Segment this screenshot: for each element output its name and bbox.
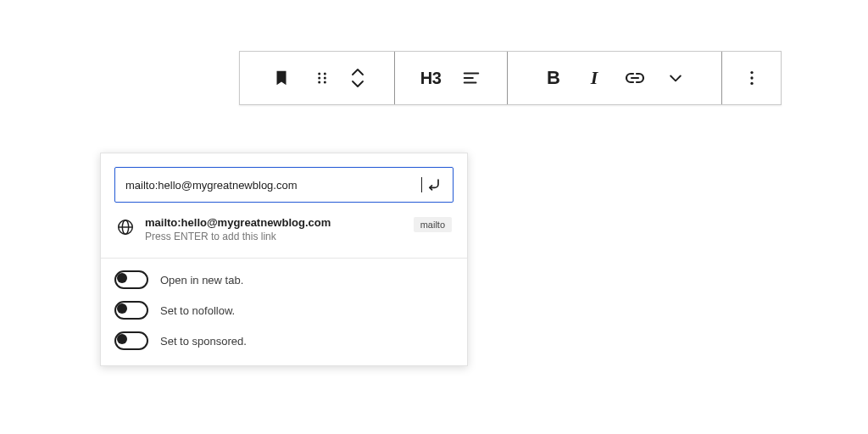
block-toolbar: H3 B I <box>239 51 782 105</box>
more-options-button[interactable] <box>732 58 772 98</box>
svg-point-3 <box>324 77 326 80</box>
link-suggestion[interactable]: mailto:hello@mygreatnewblog.com Press EN… <box>114 203 453 258</box>
drag-handle-button[interactable] <box>302 58 342 98</box>
block-mover[interactable] <box>342 58 373 98</box>
link-type-chip: mailto <box>414 217 452 232</box>
link-suggestion-text: mailto:hello@mygreatnewblog.com Press EN… <box>145 216 403 242</box>
chevron-down-icon <box>667 70 684 86</box>
toggle-switch[interactable] <box>114 301 148 320</box>
link-options: Open in new tab. Set to nofollow. Set to… <box>101 259 467 365</box>
more-vertical-icon <box>743 69 761 87</box>
align-left-icon <box>462 69 481 87</box>
toggle-nofollow[interactable]: Set to nofollow. <box>114 301 453 320</box>
svg-point-2 <box>318 77 320 80</box>
svg-point-11 <box>750 76 753 79</box>
bookmark-icon <box>272 69 291 87</box>
toolbar-group-heading: H3 <box>395 52 508 104</box>
italic-button[interactable]: I <box>574 58 615 98</box>
svg-point-4 <box>318 81 320 84</box>
toggle-switch[interactable] <box>114 331 148 350</box>
more-formatting-button[interactable] <box>655 58 696 98</box>
toggle-switch[interactable] <box>114 270 148 289</box>
link-popover: mailto:hello@mygreatnewblog.com Press EN… <box>100 153 468 366</box>
link-button[interactable] <box>615 58 655 98</box>
toggle-label: Set to nofollow. <box>160 304 235 317</box>
link-url-input[interactable] <box>124 178 422 192</box>
link-suggestion-subtitle: Press ENTER to add this link <box>145 231 403 242</box>
svg-point-12 <box>750 82 753 85</box>
enter-arrow-icon <box>426 176 442 193</box>
svg-point-10 <box>750 71 753 74</box>
bold-icon: B <box>547 67 560 89</box>
svg-point-5 <box>324 81 326 84</box>
italic-icon: I <box>591 67 598 89</box>
heading-level-label: H3 <box>420 69 442 88</box>
bold-button[interactable]: B <box>533 58 574 98</box>
toggle-label: Set to sponsored. <box>160 335 247 348</box>
globe-icon <box>116 218 135 236</box>
toolbar-group-block <box>240 52 395 104</box>
block-type-button[interactable] <box>261 58 302 98</box>
svg-point-1 <box>324 73 326 75</box>
link-popover-body: mailto:hello@mygreatnewblog.com Press EN… <box>101 153 467 258</box>
toggle-sponsored[interactable]: Set to sponsored. <box>114 331 453 350</box>
toolbar-group-more <box>722 52 781 104</box>
link-icon <box>625 68 645 88</box>
text-align-button[interactable] <box>451 58 492 98</box>
toolbar-group-format: B I <box>508 52 722 104</box>
toggle-label: Open in new tab. <box>160 274 243 287</box>
svg-point-0 <box>318 73 320 75</box>
drag-handle-icon <box>314 70 331 86</box>
toggle-open-new-tab[interactable]: Open in new tab. <box>114 270 453 289</box>
link-suggestion-title: mailto:hello@mygreatnewblog.com <box>145 216 403 229</box>
link-url-field[interactable] <box>114 167 453 203</box>
submit-link-button[interactable] <box>422 173 446 197</box>
chevron-up-icon <box>350 66 365 78</box>
chevron-down-icon <box>350 78 365 90</box>
heading-level-button[interactable]: H3 <box>410 58 451 98</box>
